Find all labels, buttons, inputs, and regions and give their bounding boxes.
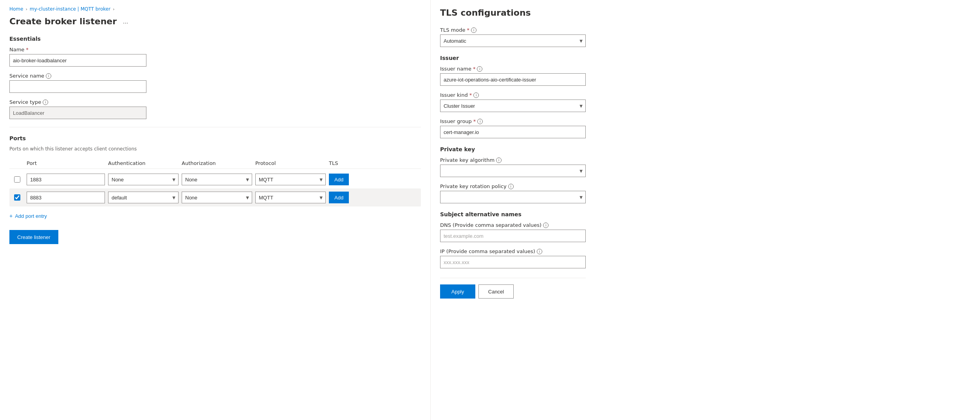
breadcrumb-home[interactable]: Home xyxy=(9,6,23,12)
breadcrumb-sep-1: › xyxy=(25,7,27,12)
table-row: None default ▼ None ▼ MQTT ▼ xyxy=(9,170,421,188)
page-title: Create broker listener xyxy=(9,16,117,26)
tls-mode-info-icon[interactable]: i xyxy=(471,27,476,33)
apply-button[interactable]: Apply xyxy=(440,284,475,299)
ports-table: Port Authentication Authorization Protoc… xyxy=(9,158,421,206)
row1-protocol-select[interactable]: MQTT xyxy=(255,174,326,185)
private-key-rotation-info-icon[interactable]: i xyxy=(508,184,514,189)
essentials-title: Essentials xyxy=(9,36,421,42)
ip-label: IP (Provide comma separated values) i xyxy=(440,248,586,254)
breadcrumb-cluster[interactable]: my-cluster-instance | MQTT broker xyxy=(30,6,110,12)
breadcrumb-sep-2: › xyxy=(113,7,114,12)
private-key-algo-wrapper: ▼ xyxy=(440,165,586,177)
row2-protocol-wrapper: MQTT ▼ xyxy=(255,192,326,203)
row1-add-button[interactable]: Add xyxy=(329,174,349,185)
tls-mode-label: TLS mode * i xyxy=(440,27,586,33)
issuer-kind-label: Issuer kind * i xyxy=(440,92,586,98)
table-row: None default ▼ None ▼ MQTT ▼ xyxy=(9,188,421,206)
cancel-button[interactable]: Cancel xyxy=(478,284,514,299)
row1-protocol-wrapper: MQTT ▼ xyxy=(255,174,326,185)
col-header-authorization: Authorization xyxy=(182,160,252,166)
add-port-label: Add port entry xyxy=(15,213,47,219)
row2-auth-select[interactable]: None default xyxy=(108,192,179,203)
row2-authz-select[interactable]: None xyxy=(182,192,252,203)
tls-panel: TLS configurations TLS mode * i Automati… xyxy=(431,0,595,420)
private-key-algo-select[interactable] xyxy=(440,165,586,177)
breadcrumb: Home › my-cluster-instance | MQTT broker… xyxy=(9,6,421,12)
col-header-protocol: Protocol xyxy=(255,160,326,166)
create-listener-button[interactable]: Create listener xyxy=(9,230,58,244)
col-header-tls: TLS xyxy=(329,160,360,166)
ellipsis-button[interactable]: ... xyxy=(121,17,130,26)
service-name-input[interactable] xyxy=(9,80,146,93)
issuer-group-field-group: Issuer group * i xyxy=(440,118,586,138)
row1-auth-wrapper: None default ▼ xyxy=(108,174,179,185)
service-type-field-group: Service type i xyxy=(9,99,421,119)
san-section-header: Subject alternative names xyxy=(440,211,586,217)
add-port-button[interactable]: + Add port entry xyxy=(9,211,47,221)
name-input[interactable] xyxy=(9,54,146,67)
issuer-group-input[interactable] xyxy=(440,126,586,138)
issuer-name-field-group: Issuer name * i xyxy=(440,66,586,86)
dns-label: DNS (Provide comma separated values) i xyxy=(440,222,586,228)
row1-authz-wrapper: None ▼ xyxy=(182,174,252,185)
ip-field-group: IP (Provide comma separated values) i xyxy=(440,248,586,268)
ip-input[interactable] xyxy=(440,256,586,268)
issuer-section-header: Issuer xyxy=(440,55,586,61)
row1-port-input[interactable] xyxy=(27,174,105,185)
tls-mode-wrapper: Automatic Manual None ▼ xyxy=(440,34,586,47)
issuer-name-label: Issuer name * i xyxy=(440,66,586,72)
row2-port-input[interactable] xyxy=(27,192,105,203)
main-panel: Home › my-cluster-instance | MQTT broker… xyxy=(0,0,431,420)
issuer-kind-required: * xyxy=(469,92,472,98)
dns-input[interactable] xyxy=(440,230,586,242)
issuer-kind-info-icon[interactable]: i xyxy=(473,92,479,98)
private-key-rotation-field-group: Private key rotation policy i ▼ xyxy=(440,183,586,203)
row2-checkbox[interactable] xyxy=(14,194,20,201)
issuer-group-info-icon[interactable]: i xyxy=(477,119,483,124)
plus-icon: + xyxy=(9,213,13,219)
row2-protocol-select[interactable]: MQTT xyxy=(255,192,326,203)
private-key-algo-field-group: Private key algorithm i ▼ xyxy=(440,157,586,177)
ports-table-header: Port Authentication Authorization Protoc… xyxy=(9,158,421,169)
page-title-row: Create broker listener ... xyxy=(9,16,421,26)
private-key-rotation-wrapper: ▼ xyxy=(440,191,586,203)
row1-auth-select[interactable]: None default xyxy=(108,174,179,185)
tls-title: TLS configurations xyxy=(440,8,586,18)
dns-info-icon[interactable]: i xyxy=(543,223,549,228)
service-type-info-icon[interactable]: i xyxy=(43,100,48,105)
issuer-name-input[interactable] xyxy=(440,73,586,86)
private-key-section-header: Private key xyxy=(440,146,586,152)
row1-authz-select[interactable]: None xyxy=(182,174,252,185)
issuer-kind-field-group: Issuer kind * i Cluster Issuer Issuer ▼ xyxy=(440,92,586,112)
private-key-rotation-select[interactable] xyxy=(440,191,586,203)
row2-add-cell: Add xyxy=(329,192,360,203)
row2-authz-wrapper: None ▼ xyxy=(182,192,252,203)
service-name-info-icon[interactable]: i xyxy=(46,73,51,79)
issuer-kind-select[interactable]: Cluster Issuer Issuer xyxy=(440,100,586,112)
row2-port-cell xyxy=(27,192,105,203)
tls-mode-field-group: TLS mode * i Automatic Manual None ▼ xyxy=(440,27,586,47)
ports-section: Ports Ports on which this listener accep… xyxy=(9,135,421,221)
ports-header: Ports Ports on which this listener accep… xyxy=(9,135,421,152)
name-label: Name * xyxy=(9,47,421,52)
name-field-group: Name * xyxy=(9,47,421,67)
service-name-field-group: Service name i xyxy=(9,73,421,93)
tls-mode-required: * xyxy=(467,27,469,33)
row2-auth-wrapper: None default ▼ xyxy=(108,192,179,203)
col-header-authentication: Authentication xyxy=(108,160,179,166)
tls-actions: Apply Cancel xyxy=(440,278,586,299)
service-type-input xyxy=(9,107,146,119)
issuer-name-info-icon[interactable]: i xyxy=(477,66,482,72)
private-key-algo-info-icon[interactable]: i xyxy=(496,158,502,163)
ip-info-icon[interactable]: i xyxy=(537,249,542,254)
issuer-kind-wrapper: Cluster Issuer Issuer ▼ xyxy=(440,100,586,112)
row1-add-cell: Add xyxy=(329,174,360,185)
private-key-rotation-label: Private key rotation policy i xyxy=(440,183,586,189)
row2-checkbox-cell xyxy=(11,194,23,201)
ports-subtitle: Ports on which this listener accepts cli… xyxy=(9,146,421,152)
row1-checkbox[interactable] xyxy=(14,176,20,183)
row2-add-button[interactable]: Add xyxy=(329,192,349,203)
row1-checkbox-cell xyxy=(11,176,23,183)
tls-mode-select[interactable]: Automatic Manual None xyxy=(440,34,586,47)
